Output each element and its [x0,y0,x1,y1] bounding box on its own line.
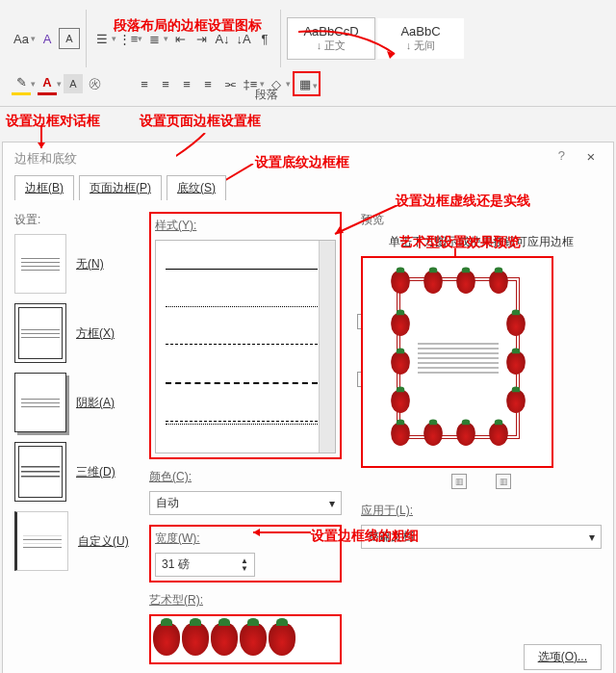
strawberry-icon [240,623,267,656]
annotation-border-icon: 段落布局的边框设置图标 [114,17,262,35]
preset-custom[interactable]: 自定义(U) [14,511,149,571]
edge-left-btn[interactable]: ▥ [451,474,467,489]
align-left-btn[interactable]: ≡ [135,74,154,93]
style-nospace[interactable]: AaBbC ↓ 无间 [377,18,464,59]
distribute-btn[interactable]: ⫘ [219,74,239,93]
annotation-page-border: 设置页面边框设置框 [140,113,261,130]
annotation-artpreview: 艺术型设置效果预览 [399,234,521,251]
preview-frame [361,256,553,468]
annotation-shading: 设置底纹边框框 [255,154,349,171]
justify-btn[interactable]: ≡ [198,74,218,93]
borders-dialog: 边框和底纹 ? × 设置底纹边框框 设置边框虚线还是实线 艺术型设置效果预览 设… [2,142,614,673]
preset-none[interactable]: 无(N) [14,234,149,294]
style-body-label: ↓ 正文 [297,39,365,53]
chevron-down-icon: ▾ [329,497,335,510]
apply-label: 应用于(L): [361,503,602,519]
enclose-btn[interactable]: ㊋ [85,74,104,93]
edge-right-btn[interactable]: ▥ [496,474,511,489]
style-nospace-sample: AaBbC [387,24,454,39]
style-label: 样式(Y): [155,218,336,234]
scroll-down-icon[interactable]: ▼ [323,440,333,451]
annotation-width: 设置边框线的粗细 [311,528,419,545]
dialog-help[interactable]: ? [558,148,565,163]
strawberry-icon [153,623,180,656]
tab-border[interactable]: 边框(B) [14,175,74,200]
ribbon: Aa▾ A A ☰▾ ⋮≡▾ ≣▾ ⇤ ⇥ A↓ ↓A ¶ AaBbCcD ↓ … [0,0,616,107]
art-dropdown[interactable] [149,614,342,664]
dialog-close[interactable]: × [578,148,603,165]
annotation-dashed: 设置边框虚线还是实线 [396,193,530,210]
tab-shading[interactable]: 底纹(S) [167,175,226,200]
scroll-up-icon[interactable]: ▲ [323,243,333,253]
preview-label: 预览 [361,212,602,228]
highlight-btn[interactable]: ✎ [12,73,31,95]
color-label: 颜色(C): [149,469,342,485]
chevron-down-icon: ▾ [589,531,595,544]
preset-box[interactable]: 方框(X) [14,303,149,363]
style-body[interactable]: AaBbCcD ↓ 正文 [287,17,375,60]
preset-shadow[interactable]: 阴影(A) [14,373,149,432]
tab-page-border[interactable]: 页面边框(P) [79,175,162,200]
style-nospace-label: ↓ 无间 [387,39,454,53]
char-border-btn[interactable]: A [59,28,80,49]
style-list[interactable]: ▲ ▼ [155,240,336,453]
art-label: 艺术型(R): [149,592,342,608]
strawberry-icon [211,623,238,656]
ruby-btn[interactable]: A [38,29,57,48]
annotation-dialog: 设置边框对话框 [6,113,100,130]
color-dropdown[interactable]: 自动▾ [149,491,342,515]
char-shading-btn[interactable]: A [64,74,83,93]
strawberry-icon [182,623,209,656]
align-center-btn[interactable]: ≡ [156,74,175,93]
preview-doc[interactable] [397,277,520,439]
width-label: 宽度(W): [155,531,336,547]
width-input[interactable]: 31 磅 ▲▼ [155,553,255,577]
style-body-sample: AaBbCcD [297,24,365,39]
bullets-btn[interactable]: ☰ [92,29,112,48]
font-case-btn[interactable]: Aa [12,29,31,48]
align-right-btn[interactable]: ≡ [177,74,196,93]
group-label-paragraph: 段落 [255,87,278,103]
font-color-btn[interactable]: A [38,73,57,95]
strawberry-icon [269,623,295,656]
borders-button-highlight: ▦▾ [293,71,321,96]
spin-down-icon[interactable]: ▼ [241,565,248,573]
preset-3d[interactable]: 三维(D) [14,442,149,502]
setting-label: 设置: [14,212,149,228]
borders-btn[interactable]: ▦ [295,74,315,93]
options-button[interactable]: 选项(O)... [524,644,602,670]
